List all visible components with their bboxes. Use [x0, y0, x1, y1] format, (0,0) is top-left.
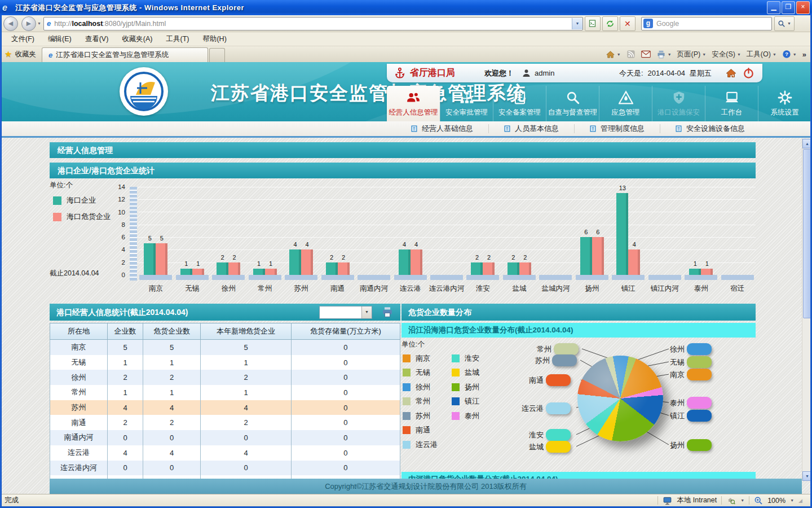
bar-pair: 66: [580, 187, 604, 275]
table-print-button[interactable]: [380, 305, 395, 319]
menu-item[interactable]: 帮助(H): [196, 33, 233, 46]
status-settings-dropdown-icon[interactable]: ▼: [740, 498, 744, 502]
table-row-无锡[interactable]: 无锡1110: [50, 355, 400, 370]
search-options-dropdown-icon[interactable]: ▼: [787, 21, 791, 25]
logout-power-icon[interactable]: [743, 67, 754, 79]
pie-legend-col1: 南京无锡徐州常州苏州南通连云港: [403, 351, 438, 452]
page-menu-button[interactable]: 页面(P)▼: [677, 50, 707, 59]
status-settings-icon[interactable]: [726, 496, 736, 505]
pie-section-band: 危货企业数量分布: [401, 304, 756, 321]
overflow-chevron-icon[interactable]: »: [802, 50, 806, 59]
bar-group-南京: 55南京: [138, 187, 174, 294]
refresh-button[interactable]: [602, 16, 618, 31]
table-row-苏州[interactable]: 苏州4440: [50, 400, 400, 415]
search-go-button[interactable]: ▼: [774, 16, 795, 31]
compatibility-view-button[interactable]: [585, 16, 601, 31]
nav-item-经营人信息管理[interactable]: 经营人信息管理: [387, 86, 440, 121]
pie-legend-swatch: [452, 383, 460, 391]
stop-button[interactable]: ✕: [620, 16, 636, 31]
table-row-南京[interactable]: 南京5550: [50, 340, 400, 355]
table-row-南通内河[interactable]: 南通内河0000: [50, 430, 400, 445]
zoom-icon[interactable]: [754, 496, 763, 505]
close-button[interactable]: ×: [796, 1, 810, 14]
bar-group-宿迁: 宿迁: [720, 187, 756, 294]
subnav-item-人员基本信息[interactable]: 人员基本信息: [488, 121, 574, 136]
bar-海口企业: 1: [689, 269, 701, 275]
pie-callout-changzhou: 常州: [537, 343, 579, 355]
subnav-item-经营人基础信息[interactable]: 经营人基础信息: [395, 121, 488, 136]
printer-icon: [656, 50, 666, 59]
forward-button[interactable]: ▶: [21, 16, 36, 31]
tab-main[interactable]: e 江苏省港口安全监管与应急管理系统: [42, 47, 208, 62]
favorites-star-icon: ★: [5, 49, 12, 59]
table-row-常州[interactable]: 常州1110: [50, 385, 400, 400]
pie-legend-label: 扬州: [465, 382, 479, 392]
favorites-button[interactable]: ★ 收藏夹: [0, 46, 42, 62]
nav-item-工作台[interactable]: 工作台: [705, 86, 758, 121]
minimize-button[interactable]: ▁: [767, 1, 780, 14]
table-cell: 2: [143, 370, 201, 385]
bar-value-label: 5: [153, 235, 170, 242]
pie-legend-swatch: [452, 412, 460, 420]
bar-category-label: 盐城: [512, 284, 526, 294]
menu-item[interactable]: 查看(V): [78, 33, 116, 46]
subnav-item-管理制度信息[interactable]: 管理制度信息: [574, 121, 660, 136]
menu-item[interactable]: 工具(T): [159, 33, 196, 46]
subnav-item-安全设施设备信息[interactable]: 安全设施设备信息: [660, 121, 760, 136]
bar-platform: [721, 275, 754, 280]
url-input[interactable]: e http://localhost:8080/yjpt/Main.html ▼: [43, 17, 583, 30]
table-column-header: 危货存储量(万立方米): [291, 323, 400, 340]
nav-item-系统设置[interactable]: 系统设置: [758, 86, 811, 121]
tools-menu-button[interactable]: 工具(O)▼: [747, 50, 776, 59]
callout-label: 无锡: [670, 357, 685, 367]
bar-pair: 44: [399, 187, 422, 275]
home-button[interactable]: ▼: [606, 50, 621, 59]
favorites-label: 收藏夹: [15, 50, 36, 59]
pie-legend-swatch: [452, 354, 460, 362]
bar-海口企业: 4: [399, 249, 411, 275]
table-cell: 0: [291, 355, 400, 370]
pie-legend-swatch: [403, 426, 411, 434]
nav-item-安全审批管理[interactable]: 安全审批管理: [440, 86, 493, 121]
callout-label: 盐城: [529, 442, 544, 452]
menu-item[interactable]: 编辑(E): [41, 33, 78, 46]
new-tab-stub[interactable]: [209, 48, 225, 62]
resize-grip[interactable]: ◢: [798, 498, 803, 503]
table-row-连云港内河[interactable]: 连云港内河0000: [50, 461, 400, 476]
doc-blue-icon: [589, 125, 597, 133]
home-shortcut-icon[interactable]: [725, 67, 737, 79]
maximize-button[interactable]: ❐: [782, 1, 795, 14]
table-column-header: 危货企业数: [143, 323, 201, 340]
bar-海口企业: 2: [471, 262, 483, 275]
bar-pair: [435, 187, 458, 275]
bar-海口危货企业: 2: [483, 262, 495, 275]
nav-item-自查与督查管理[interactable]: 自查与督查管理: [546, 86, 599, 121]
table-row-连云港[interactable]: 连云港4440: [50, 445, 400, 461]
print-button[interactable]: ▼: [656, 50, 672, 59]
bar-group-镇江: 134镇江: [610, 187, 646, 294]
feeds-button[interactable]: [626, 50, 636, 59]
mail-button[interactable]: [641, 50, 651, 58]
pie-legend-item-镇江: 镇江: [452, 395, 479, 409]
select-dropdown-icon[interactable]: ▼: [361, 306, 372, 318]
help-button[interactable]: ? ▼: [782, 50, 797, 59]
security-menu-button[interactable]: 安全(S)▼: [712, 50, 741, 59]
table-row-徐州[interactable]: 徐州2220: [50, 370, 400, 385]
table-row-南通[interactable]: 南通2220: [50, 415, 400, 430]
nav-item-港口设施保安[interactable]: 港口设施保安: [652, 86, 705, 121]
nav-item-应急管理[interactable]: 应急管理: [599, 86, 652, 121]
table-cell: 0: [291, 370, 400, 385]
url-dropdown-button[interactable]: ▼: [572, 18, 582, 29]
zoom-level[interactable]: 100%: [767, 497, 785, 505]
history-dropdown-icon[interactable]: ▼: [37, 21, 41, 25]
pie-legend-swatch: [452, 369, 460, 376]
search-input[interactable]: g Google: [641, 17, 772, 30]
nav-item-安全备案管理[interactable]: 安全备案管理: [493, 86, 546, 121]
region-filter-select[interactable]: ▼: [319, 306, 372, 319]
zoom-dropdown-icon[interactable]: ▼: [790, 498, 794, 502]
back-button[interactable]: ◀: [3, 16, 18, 31]
pie-legend-label: 南通: [416, 425, 430, 435]
menu-item[interactable]: 文件(F): [5, 33, 41, 46]
bar-pair: 134: [616, 187, 640, 275]
menu-item[interactable]: 收藏夹(A): [115, 33, 159, 46]
